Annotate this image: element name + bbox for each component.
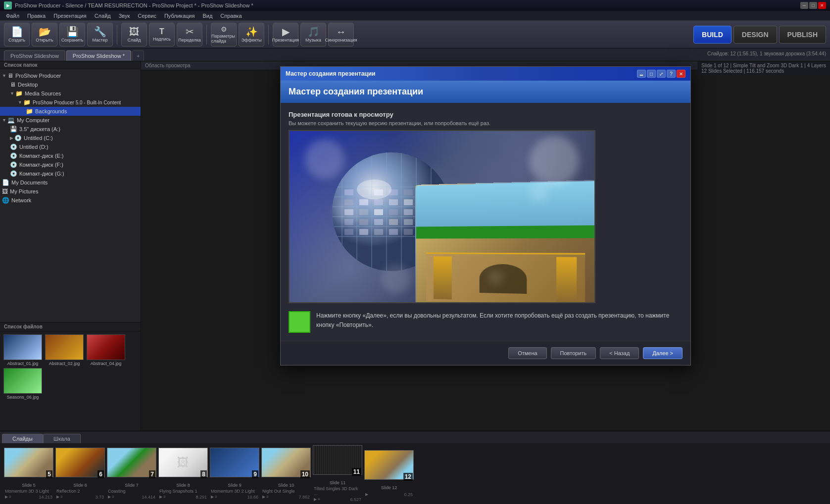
slide-thumb-11[interactable]: 11 [313,445,362,480]
tree-label-mycomp: My Computer [17,117,49,123]
publish-button[interactable]: PUBLISH [779,26,826,44]
slide-sub-9: Momentum 3D 2 Light [210,488,259,494]
slide-num-8: 8 [200,470,207,478]
slide-thumb-7[interactable]: 7 [107,448,156,482]
dialog-btn-icon1[interactable]: 🗕 [637,70,646,78]
tree-item-network[interactable]: 🌐 Network [0,196,141,205]
tree-item-d[interactable]: 💿 Untitled (D:) [0,142,141,151]
file-abstract02[interactable]: Abstract_02.jpg [45,334,84,366]
thumb-seasons06 [3,368,42,394]
toolbar-caption[interactable]: T Надпись [149,23,175,46]
menu-help[interactable]: Справка [216,12,245,20]
folders-title: Список папок [0,61,141,69]
slide-sublabel-7: Coasting [108,489,126,494]
tree-item-c[interactable]: ▶ 💿 Untitled (C:) [0,134,141,142]
tree-item-media[interactable]: ▼ 📁 Media Sources [0,89,141,98]
slide-thumb-12[interactable]: 12 [364,450,414,485]
menu-view[interactable]: Вид [198,12,216,20]
menu-edit[interactable]: Правка [23,12,49,20]
build-button[interactable]: BUILD [693,26,732,44]
win-restore[interactable]: □ [809,2,817,9]
dialog-close-button[interactable]: ✕ [677,70,685,78]
toolbar-sync[interactable]: ↔ Синхронизация [328,23,354,46]
file-abstract04[interactable]: Abstract_04.jpg [86,334,126,366]
toolbar-save[interactable]: 💾 Сохранить [59,23,85,46]
files-grid: Abstract_01.jpg Abstract_02.jpg Abstract… [0,331,141,431]
dialog-next-button[interactable]: Далее > [643,347,683,359]
tree-label-mydocs: My Documents [11,180,48,185]
dialog-btn-icon2[interactable]: □ [647,70,656,78]
tree-item-proshow[interactable]: ▼ 🖥 ProShow Producer [0,71,141,80]
slide-num-6: 6 [98,470,104,478]
svg-rect-34 [404,219,413,225]
file-seasons06[interactable]: Seasons_06.jpg [3,368,43,400]
slide-cell-11: 11 Slide 11 Tilted Singles 3D Dark ... ▶… [313,445,362,503]
slide-times-6: ▶ ≡ 3.73 [55,494,105,500]
tree-item-builtin[interactable]: ▼ 📁 ProShow Producer 5.0 - Built-In Cont… [0,98,141,107]
tree-item-mypics[interactable]: 🖼 My Pictures [0,187,141,196]
slide-info-12: Slide 12 [364,485,414,491]
menu-publish[interactable]: Публикация [160,12,198,20]
tree-label-g: Компакт-диск (G:) [19,171,64,177]
toolbar-wizard[interactable]: 🔧 Мастер [87,23,113,46]
dialog-win-controls: 🗕 □ ⤢ ? ✕ [637,70,685,78]
menu-slide[interactable]: Слайд [91,12,115,20]
tree-item-backgrounds[interactable]: 📁 Backgrounds [0,107,141,116]
file-abstract01[interactable]: Abstract_01.jpg [3,334,43,366]
menu-tools[interactable]: Сервис [134,12,160,20]
tab-1[interactable]: ProShow Slideshow [4,50,65,61]
bottom-tab-slides[interactable]: Слайды [2,434,43,443]
menu-file[interactable]: Файл [2,12,23,20]
slide-thumb-5[interactable]: 5 [4,448,53,482]
music-icon: 🎵 [307,27,320,37]
backgrounds-icon: 📁 [26,108,33,115]
dialog-cancel-button[interactable]: Отмена [508,347,546,359]
svg-rect-15 [344,189,353,195]
tree-item-mycomputer[interactable]: ▼ 💻 My Computer [0,116,141,125]
tree-item-g[interactable]: 💿 Компакт-диск (G:) [0,169,141,178]
builtin-icon: 📁 [23,99,31,106]
slide-thumb-6[interactable]: 6 [55,448,105,482]
slide-label-11: Slide 11 [314,480,361,485]
toolbar-sep-2 [206,25,207,45]
design-button[interactable]: DESIGN [733,26,777,44]
expand-icon-builtin: ▼ [18,100,22,105]
tree-item-desktop[interactable]: 🖥 Desktop [0,80,141,89]
toolbar-music[interactable]: 🎵 Музыка [300,23,326,46]
slide-thumb-10[interactable]: 10 [261,448,311,482]
toolbar-create[interactable]: 📄 Создать [4,23,30,46]
slide-label-7: Slide 7 [108,483,155,488]
slide-duration-11: 6.527 [350,497,361,502]
toolbar-redo[interactable]: ✂ Переделка [177,23,202,46]
dialog-btn-icon3[interactable]: ⤢ [657,70,666,78]
menu-presentation[interactable]: Презентация [49,12,90,20]
slide-play-icon-6: ▶ ≡ [56,495,63,499]
tree-item-floppy[interactable]: 💾 3.5" дискета (A:) [0,125,141,134]
thumb-abstract02 [45,334,84,360]
title-bar: ▶ ProShow Producer - Silence / TEAM RESU… [0,0,830,11]
slide-thumb-9[interactable]: 9 [210,448,259,482]
dialog-btn-icon4[interactable]: ? [667,70,676,78]
toolbar-slide[interactable]: 🖼 Слайд [121,23,147,46]
tab-add-button[interactable]: + [132,50,144,61]
toolbar-caption-label: Надпись [153,37,171,42]
dialog-retry-button[interactable]: Повторить [551,347,596,359]
win-minimize[interactable]: ─ [800,2,808,9]
toolbar-effects[interactable]: ✨ Эффекты [239,23,264,46]
tree-item-f[interactable]: 💿 Компакт-диск (F:) [0,160,141,169]
toolbar-open[interactable]: 📂 Открыть [32,23,57,46]
toolbar-presentation[interactable]: ▶ Презентация [273,23,298,46]
toolbar: 📄 Создать 📂 Открыть 💾 Сохранить 🔧 Мастер… [0,21,830,48]
menu-audio[interactable]: Звук [115,12,134,20]
win-close[interactable]: ✕ [818,2,826,9]
tree-item-e[interactable]: 💿 Компакт-диск (E:) [0,151,141,160]
toolbar-slide-options[interactable]: ⚙ Параметры слайда [211,23,237,46]
tree-item-mydocs[interactable]: 📄 My Documents [0,178,141,187]
menu-bar: Файл Правка Презентация Слайд Звук Серви… [0,11,830,21]
slide-thumb-8[interactable]: 🖼 8 [158,448,208,482]
slide-info-10: Slide 10 [261,482,311,488]
dialog-back-button[interactable]: < Назад [600,347,639,359]
tab-2[interactable]: ProShow Slideshow * [66,50,131,61]
bottom-tab-timeline[interactable]: Шкала [43,434,81,443]
svg-rect-23 [389,199,398,205]
